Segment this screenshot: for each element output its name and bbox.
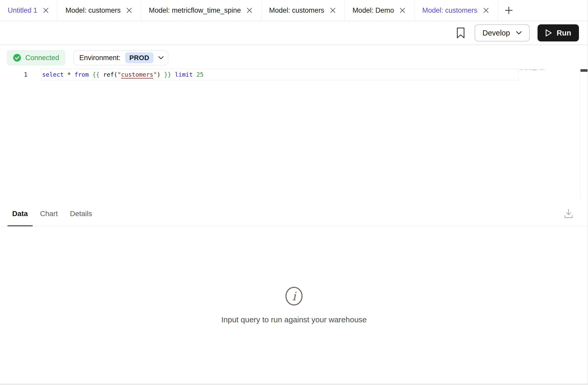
chevron-down-icon [516,31,522,35]
code-token: * [67,71,71,78]
connected-label: Connected [25,54,59,62]
editor-toolbar: Develop Run [0,21,588,45]
code-token: select [42,71,64,78]
editor-tab-label: Model: metricflow_time_spine [149,6,241,15]
editor-tabbar: Untitled 1Model: customersModel: metricf… [0,0,588,21]
code-token [193,71,196,78]
connection-status-badge: Connected [7,50,65,65]
code-token: {{ [92,71,100,78]
close-tab-icon[interactable] [246,6,253,14]
sql-editor[interactable]: Connected Environment: PROD 1 select * f… [0,45,588,201]
editor-tab-label: Model: customers [422,6,477,15]
play-icon [545,29,552,37]
code-token: customers [121,71,153,78]
close-tab-icon[interactable] [399,6,406,14]
window-scrollbar-edge [587,0,587,383]
code-token: limit [175,71,193,78]
bookmark-button[interactable] [454,25,467,41]
code-line[interactable]: select * from {{ ref("customers") }} lim… [42,69,203,80]
results-tab-details[interactable]: Details [65,201,97,226]
environment-label: Environment: [79,54,121,62]
editor-tab-label: Untitled 1 [8,6,37,15]
line-number: 1 [0,69,27,80]
editor-tab-label: Model: customers [65,6,121,15]
code-token [171,71,175,78]
svg-text:i: i [292,290,297,303]
results-empty-state: i Input query to run against your wareho… [0,287,588,324]
code-token: " [153,71,157,78]
plus-icon [504,6,513,15]
editor-tab[interactable]: Untitled 1 [0,0,58,21]
results-panel: DataChartDetails i Input query to run ag… [0,201,588,383]
environment-selector[interactable]: Environment: PROD [74,50,168,65]
close-tab-icon[interactable] [329,6,337,14]
code-token: from [75,71,89,78]
info-icon: i [285,287,303,305]
code-token: ) [157,71,160,78]
bookmark-icon [457,27,465,38]
editor-scrollbar-track[interactable] [580,69,587,201]
minimap-code-line: select * from {{ ref("customers") }} lim… [520,69,525,70]
empty-state-message: Input query to run against your warehous… [221,315,367,324]
results-tabbar: DataChartDetails [0,201,588,226]
results-tab-data[interactable]: Data [8,201,33,226]
connected-check-icon [13,54,21,62]
editor-tab[interactable]: Model: customers [58,0,141,21]
code-token [64,71,67,78]
code-token [100,71,103,78]
download-results-button[interactable] [564,201,573,226]
develop-label: Develop [482,29,510,37]
code-token [89,71,92,78]
code-token [71,71,75,78]
develop-menu-button[interactable]: Develop [475,24,530,41]
editor-tab[interactable]: Model: customers [414,0,498,21]
editor-minimap[interactable]: select * from {{ ref("customers") }} lim… [520,69,551,73]
close-tab-icon[interactable] [125,6,133,14]
editor-scrollbar-thumb[interactable] [580,69,588,72]
code-token: ref [103,71,114,78]
download-icon [564,209,573,219]
code-token: ( [114,71,117,78]
chevron-down-icon [158,56,164,60]
editor-tab-label: Model: Demo [352,6,394,15]
editor-tab-label: Model: customers [269,6,324,15]
editor-status-row: Connected Environment: PROD [7,50,168,65]
code-token: }} [164,71,171,78]
close-tab-icon[interactable] [482,6,490,14]
editor-tab[interactable]: Model: customers [261,0,345,21]
run-label: Run [557,29,571,37]
code-token [160,71,164,78]
ide-window: Untitled 1Model: customersModel: metricf… [0,0,588,385]
horizontal-scrollbar-track[interactable] [0,383,588,385]
editor-tab[interactable]: Model: Demo [345,0,415,21]
code-token: " [117,71,121,78]
results-tab-chart[interactable]: Chart [35,201,62,226]
new-tab-button[interactable] [498,0,520,21]
environment-value-badge: PROD [125,52,153,63]
editor-tab[interactable]: Model: metricflow_time_spine [141,0,261,21]
close-tab-icon[interactable] [42,6,50,14]
run-button[interactable]: Run [538,24,579,41]
code-token: 25 [196,71,204,78]
